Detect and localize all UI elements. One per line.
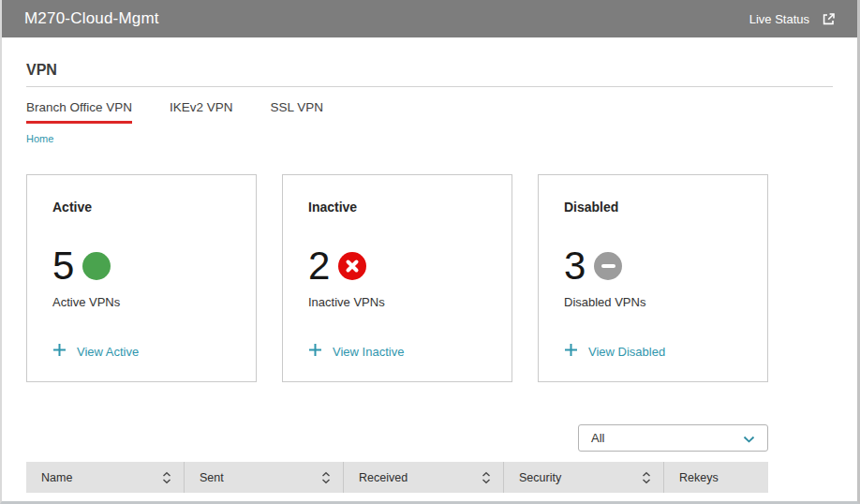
column-header-rekeys[interactable]: Rekeys — [663, 462, 768, 493]
card-active: Active 5 Active VPNs View Active — [26, 174, 257, 382]
column-header-security[interactable]: Security — [503, 462, 663, 493]
column-header-received[interactable]: Received — [343, 462, 503, 493]
sort-icon[interactable] — [642, 471, 651, 484]
breadcrumb-home-link[interactable]: Home — [26, 133, 53, 144]
table-header: Name Sent Received — [26, 462, 768, 493]
inactive-status-icon — [338, 252, 366, 280]
external-link-icon — [821, 11, 837, 27]
status-cards: Active 5 Active VPNs View Active Inacti — [26, 174, 768, 382]
table-row[interactable]: Seattle - Toronto 329,969 KB (624,109 pa… — [26, 493, 768, 504]
view-inactive-link[interactable]: View Inactive — [308, 343, 487, 361]
view-disabled-link[interactable]: View Disabled — [564, 343, 743, 361]
view-link-label: View Disabled — [588, 345, 665, 359]
vpn-tabs: Branch Office VPN IKEv2 VPN SSL VPN — [26, 100, 833, 124]
card-disabled: Disabled 3 Disabled VPNs View Disabled — [538, 174, 768, 382]
vpn-name-cell: Seattle - Toronto — [26, 493, 185, 504]
sort-icon[interactable] — [321, 471, 331, 484]
card-label: Active VPNs — [52, 295, 231, 309]
filter-row: All — [26, 424, 768, 452]
column-header-name[interactable]: Name — [26, 462, 184, 493]
sent-cell: 329,969 KB (624,109 pa... — [185, 493, 345, 504]
view-active-link[interactable]: View Active — [52, 343, 231, 361]
device-title: M270-Cloud-Mgmt — [24, 9, 159, 28]
card-title: Disabled — [564, 200, 743, 215]
sort-icon[interactable] — [482, 471, 491, 484]
disabled-count-row: 3 — [564, 246, 743, 286]
plus-icon — [564, 343, 578, 361]
active-count: 5 — [52, 246, 74, 286]
live-status-button[interactable]: Live Status — [749, 11, 837, 27]
plus-icon — [308, 343, 322, 361]
active-count-row: 5 — [52, 246, 231, 286]
topbar: M270-Cloud-Mgmt Live Status — [2, 0, 857, 37]
disabled-status-icon — [594, 252, 622, 280]
view-link-label: View Active — [77, 345, 139, 359]
received-cell: 34,438 KB (482,382 pac... — [345, 493, 476, 504]
card-label: Disabled VPNs — [564, 295, 743, 309]
inactive-count: 2 — [308, 246, 330, 286]
tab-ikev2-vpn[interactable]: IKEv2 VPN — [170, 100, 233, 124]
active-status-icon — [82, 252, 111, 280]
security-cell: ESP - CBC(AES256) - H... — [476, 493, 615, 504]
live-status-label: Live Status — [749, 12, 809, 26]
rekeys-cell: 12 — [615, 493, 768, 504]
card-label: Inactive VPNs — [308, 295, 487, 309]
vpn-table: Name Sent Received — [26, 462, 768, 504]
page-title: VPN — [26, 62, 833, 87]
tab-ssl-vpn[interactable]: SSL VPN — [271, 100, 324, 124]
vpn-name-link[interactable]: Seattle - Toronto — [57, 500, 140, 504]
vpn-filter-dropdown[interactable]: All — [578, 424, 768, 452]
plus-icon — [52, 343, 67, 361]
card-inactive: Inactive 2 Inactive VPNs View Inactive — [282, 174, 512, 382]
sort-icon[interactable] — [162, 471, 171, 484]
tab-branch-office-vpn[interactable]: Branch Office VPN — [26, 100, 132, 124]
dropdown-selected-value: All — [591, 431, 604, 445]
column-header-sent[interactable]: Sent — [184, 462, 343, 493]
breadcrumb: Home — [26, 129, 833, 146]
chevron-down-icon — [743, 430, 755, 447]
disabled-count: 3 — [564, 246, 586, 286]
card-title: Active — [52, 200, 231, 215]
card-title: Inactive — [308, 200, 487, 215]
inactive-count-row: 2 — [308, 246, 487, 286]
view-link-label: View Inactive — [333, 345, 404, 359]
app-window: M270-Cloud-Mgmt Live Status VPN Branch O… — [0, 0, 860, 504]
